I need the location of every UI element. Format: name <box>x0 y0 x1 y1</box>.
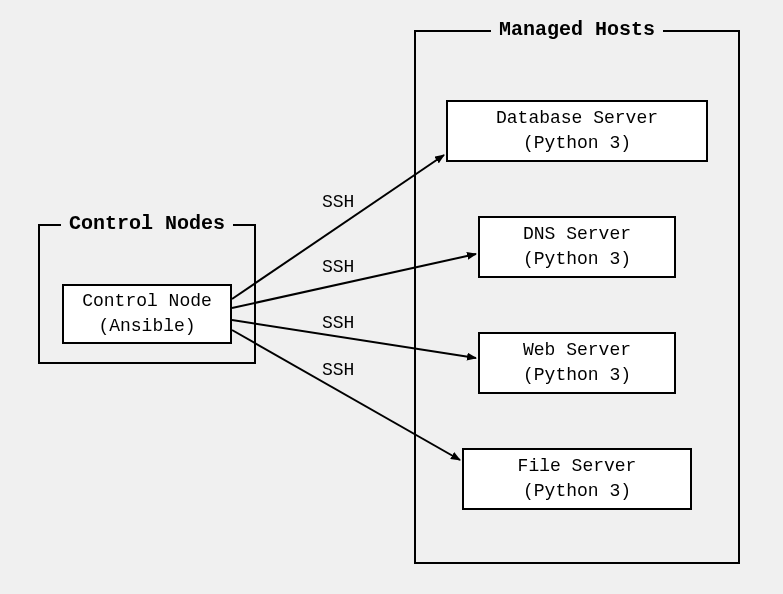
node-db-line1: Database Server <box>496 106 658 131</box>
node-file-line2: (Python 3) <box>523 479 631 504</box>
arrow-ssh-db <box>232 155 444 299</box>
group-control-title: Control Nodes <box>61 212 233 235</box>
edge-label-ssh-dns: SSH <box>322 257 354 277</box>
node-web-server: Web Server (Python 3) <box>478 332 676 394</box>
edge-label-ssh-file: SSH <box>322 360 354 380</box>
node-control-line2: (Ansible) <box>98 314 195 339</box>
node-dns-server: DNS Server (Python 3) <box>478 216 676 278</box>
node-control-line1: Control Node <box>82 289 212 314</box>
edge-label-ssh-web: SSH <box>322 313 354 333</box>
node-web-line1: Web Server <box>523 338 631 363</box>
node-web-line2: (Python 3) <box>523 363 631 388</box>
node-dns-line2: (Python 3) <box>523 247 631 272</box>
node-dns-line1: DNS Server <box>523 222 631 247</box>
node-db-line2: (Python 3) <box>523 131 631 156</box>
node-file-line1: File Server <box>518 454 637 479</box>
group-managed-title: Managed Hosts <box>491 18 663 41</box>
node-database-server: Database Server (Python 3) <box>446 100 708 162</box>
node-file-server: File Server (Python 3) <box>462 448 692 510</box>
edge-label-ssh-db: SSH <box>322 192 354 212</box>
node-control-node: Control Node (Ansible) <box>62 284 232 344</box>
